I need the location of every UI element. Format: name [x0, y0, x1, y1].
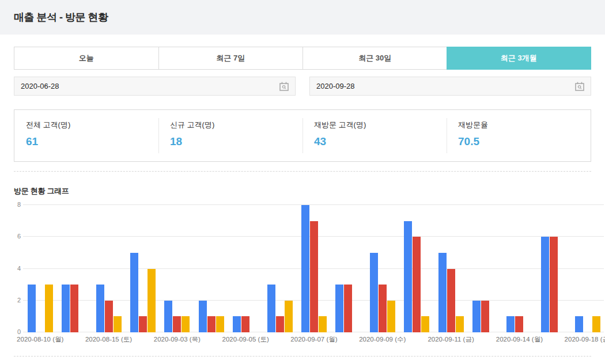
chart-plot [23, 205, 605, 332]
end-date-input[interactable]: 2020-09-28 [309, 77, 591, 96]
stat-value: 61 [26, 135, 158, 148]
period-tabs: 오늘 최근 7일 최근 30일 최근 3개월 [14, 47, 591, 70]
bottom-divider [14, 356, 591, 357]
yellow-series-bar [181, 316, 190, 332]
blue-series-bar [438, 253, 447, 332]
start-date-input[interactable]: 2020-06-28 [14, 77, 296, 96]
bar-group [536, 205, 570, 332]
red-series-bar [310, 221, 318, 332]
calendar-search-icon [278, 81, 290, 92]
y-axis-tick: 6 [17, 233, 21, 240]
red-series-bar [70, 285, 78, 332]
stat-label: 재방문율 [458, 120, 591, 130]
blue-series-bar [404, 221, 412, 332]
tab-last-7-days[interactable]: 최근 7일 [158, 47, 303, 69]
bar-group [228, 205, 262, 332]
yellow-series-bar [114, 316, 122, 332]
bar-group [365, 205, 399, 332]
blue-series-bar [199, 301, 207, 332]
red-series-bar [105, 301, 113, 332]
red-series-bar [344, 285, 352, 332]
blue-series-bar [96, 285, 104, 332]
stat-value: 70.5 [458, 135, 591, 148]
start-date-calendar-button[interactable] [278, 80, 290, 93]
bar-group [126, 205, 160, 332]
yellow-series-bar [148, 269, 156, 333]
x-axis-tick: 2020-09-07 (월) [297, 335, 331, 344]
stat-value: 18 [170, 135, 302, 148]
yellow-series-bar [421, 316, 429, 332]
bar-group [263, 205, 297, 332]
bar-group [434, 205, 468, 332]
bar-group [297, 205, 331, 332]
bar-group [160, 205, 194, 332]
blue-series-bar [28, 285, 36, 332]
blue-series-bar [301, 205, 309, 332]
x-axis-tick: 2020-09-11 (금) [434, 335, 468, 344]
calendar-search-icon [574, 81, 585, 92]
section-divider [14, 171, 591, 172]
red-series-bar [447, 269, 455, 333]
stat-label: 신규 고객(명) [170, 120, 302, 130]
stat-revisit-rate: 재방문율 70.5 [447, 110, 591, 161]
summary-stats-panel: 전체 고객(명) 61 신규 고객(명) 18 재방문 고객(명) 43 재방문… [14, 109, 591, 162]
end-date-calendar-button[interactable] [573, 80, 586, 93]
blue-series-bar [130, 253, 138, 332]
chart-title: 방문 현황 그래프 [14, 186, 591, 196]
red-series-bar [139, 316, 147, 332]
blue-series-bar [472, 301, 481, 332]
red-series-bar [276, 316, 284, 332]
yellow-series-bar [285, 301, 293, 332]
date-range-row: 2020-06-28 2020-09-28 [14, 77, 591, 96]
stat-label: 재방문 고객(명) [314, 120, 447, 130]
start-date-value: 2020-06-28 [21, 82, 59, 90]
bar-groups [23, 205, 605, 332]
title-bar: 매출 분석 - 방문 현황 [0, 0, 605, 35]
x-axis-labels: 2020-08-10 (월)2020-08-15 (토)2020-09-03 (… [23, 335, 605, 344]
bar-group [194, 205, 228, 332]
y-axis-tick: 4 [17, 266, 21, 272]
blue-series-bar [62, 285, 70, 332]
bar-group [331, 205, 365, 332]
yellow-series-bar [592, 316, 600, 332]
bar-group [502, 205, 536, 332]
x-axis-tick: 2020-09-18 (금) [571, 335, 605, 344]
red-series-bar [481, 301, 489, 332]
tab-today[interactable]: 오늘 [14, 47, 158, 69]
page-title: 매출 분석 - 방문 현황 [14, 10, 108, 24]
end-date-value: 2020-09-28 [316, 82, 355, 90]
visit-bar-chart: 02468 2020-08-10 (월)2020-08-15 (토)2020-0… [14, 205, 605, 344]
x-axis-tick: 2020-09-03 (목) [160, 335, 194, 344]
red-series-bar [207, 316, 215, 332]
blue-series-bar [233, 316, 241, 332]
y-axis-labels: 02468 [14, 205, 21, 332]
stat-label: 전체 고객(명) [26, 120, 158, 130]
x-axis-tick: 2020-09-05 (토) [228, 335, 262, 344]
x-axis-tick: 2020-09-14 (월) [502, 335, 536, 344]
blue-series-bar [575, 316, 583, 332]
yellow-series-bar [387, 301, 395, 332]
red-series-bar [413, 237, 421, 332]
yellow-series-bar [45, 285, 53, 332]
bar-group [23, 205, 57, 332]
y-axis-tick: 2 [17, 297, 21, 304]
bar-group [571, 205, 605, 332]
blue-series-bar [541, 237, 549, 332]
x-axis-tick: 2020-08-10 (월) [23, 335, 57, 344]
bar-group [399, 205, 433, 332]
red-series-bar [173, 316, 181, 332]
blue-series-bar [335, 285, 343, 332]
red-series-bar [379, 285, 387, 332]
stat-revisit-customers: 재방문 고객(명) 43 [302, 110, 447, 161]
red-series-bar [241, 316, 249, 332]
blue-series-bar [267, 285, 275, 332]
stat-new-customers: 신규 고객(명) 18 [158, 110, 302, 161]
y-axis-tick: 0 [17, 329, 21, 335]
yellow-series-bar [216, 316, 224, 332]
bar-group [468, 205, 502, 332]
blue-series-bar [506, 316, 515, 332]
tab-last-3-months[interactable]: 최근 3개월 [447, 47, 592, 70]
tab-last-30-days[interactable]: 최근 30일 [302, 47, 447, 69]
red-series-bar [515, 316, 523, 332]
yellow-series-bar [456, 316, 464, 332]
